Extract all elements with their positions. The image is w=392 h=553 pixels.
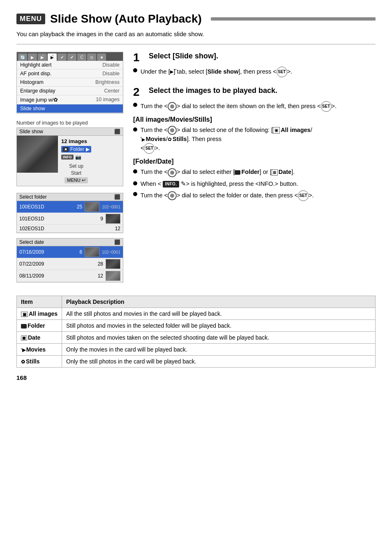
step-1-bullet-1: Under the [▶̈] tab, select [Slide show],… [133, 67, 376, 77]
row-value-af: Disable [102, 71, 120, 76]
slide-panel-title: Slide show [19, 129, 43, 134]
slide-panel-icon: ⬛ [114, 129, 120, 134]
folder-panel-title: Select folder [19, 194, 47, 200]
date-row-3[interactable]: 08/11/2009 12 [17, 270, 123, 282]
step-1-title: Select [Slide show]. [149, 52, 218, 61]
row-label-jump: Image jump w/✿ [20, 97, 58, 103]
subsection-all-bullets: Turn the <◎> dial to select one of the f… [133, 126, 376, 154]
description-table: Item Playback Description ▣All images Al… [16, 296, 376, 368]
step-2-block: 2 Select the images to be played back. T… [133, 86, 376, 201]
row-label-enlarge: Enlarge display [20, 88, 55, 94]
table-item-date: ▦Date [17, 332, 62, 344]
folder-bullet-3-text: Turn the <◎> dial to select the folder o… [141, 190, 314, 201]
folder-panel-header: Select folder ⬛ [17, 193, 123, 201]
date-name-2: 07/22/2009 [19, 261, 89, 267]
folder-count-102: 12 [109, 226, 120, 231]
menu-row-highlight-alert: Highlight alert Disable [17, 61, 123, 69]
row-value-highlight: Disable [102, 62, 120, 68]
step-2-bullets: Turn the <◎> dial to select the item sho… [133, 101, 376, 112]
step-2-bullet-1-text: Turn the <◎> dial to select the item sho… [141, 101, 337, 112]
date-count-3: 12 [92, 273, 103, 279]
table-row-all-images: ▣All images All the still photos and mov… [17, 308, 376, 320]
slide-panel-thumbnail [17, 136, 58, 173]
bullet-dot-fd-1 [133, 169, 137, 174]
folder-count-101: 9 [92, 216, 103, 222]
menu-row-histogram: Histogram Brightness [17, 78, 123, 87]
step-2-num: 2 [133, 86, 145, 98]
slide-show-panel: Slide show ⬛ 12 images ■ Folder ▶ INFO 📷 [16, 127, 123, 186]
slide-actions: Set up Start MENU ↩ [61, 162, 91, 183]
date-thumb-2 [106, 259, 120, 269]
page-title-block: MENU Slide Show (Auto Playback) [16, 12, 376, 25]
section-divider [16, 44, 376, 44]
folder-row-101[interactable]: 101EOS1D 9 [17, 213, 123, 225]
step-2-title: Select the images to be played back. [149, 86, 277, 95]
camera-menu-tabs: 🔄 ▶ ▶̈ ▶̈ ✔ ✔ C ⊙ ★ [17, 52, 123, 61]
all-bullet-1: Turn the <◎> dial to select one of the f… [133, 126, 376, 154]
bullet-dot-fd-2 [133, 181, 137, 185]
right-column: 1 Select [Slide show]. Under the [▶̈] ta… [133, 52, 376, 287]
table-row-stills: ✿Stills Only the still photos in the car… [17, 356, 376, 368]
slide-count: 12 images [61, 138, 91, 144]
date-panel-header: Select date ⬛ [17, 238, 123, 246]
bullet-dot-all-1 [133, 127, 137, 132]
setup-btn[interactable]: Set up [69, 163, 83, 169]
date-thumb-1 [85, 247, 99, 257]
table-row-date: ▦Date Still photos and movies taken on t… [17, 332, 376, 344]
start-btn[interactable]: Start [71, 170, 81, 176]
row-label-af: AF point disp. [20, 71, 51, 76]
menu-row-slide-show: Slide show [17, 104, 123, 113]
date-count-2: 28 [92, 261, 103, 267]
folder-row-100[interactable]: 100EOS1D 25 102~0001 [17, 201, 123, 213]
table-row-movies: '▶Movies Only the movies in the card wil… [17, 344, 376, 356]
folder-icon: ■ [63, 147, 69, 152]
cam-tab-5: ✔ [58, 53, 67, 61]
cam-tab-3: ▶̈ [38, 53, 47, 61]
table-item-folder: Folder [17, 320, 62, 332]
bullet-dot-1 [133, 68, 137, 72]
table-item-all-images: ▣All images [17, 308, 62, 320]
bullet-dot-fd-3 [133, 192, 137, 196]
step-1-num: 1 [133, 52, 145, 63]
cam-tab-2: ▶ [28, 53, 37, 61]
slide-opt-folder[interactable]: ■ Folder ▶ [61, 146, 91, 153]
subtitle: You can playback the images in the card … [16, 30, 376, 37]
row-label-slide: Slide show [20, 106, 45, 111]
menu-back-btn[interactable]: MENU ↩ [65, 177, 88, 183]
folder-bullet-2: When < INFO. ✎> is highlighted, press th… [133, 180, 376, 188]
table-item-stills: ✿Stills [17, 356, 62, 368]
step-1-block: 1 Select [Slide show]. Under the [▶̈] ta… [133, 52, 376, 77]
left-column: 🔄 ▶ ▶̈ ▶̈ ✔ ✔ C ⊙ ★ Highlight alert Disa… [16, 52, 123, 287]
slide-opt-arrow: ▶ [86, 146, 90, 152]
info-camera-icon: 📷 [75, 154, 81, 160]
folder-bullet-3: Turn the <◎> dial to select the folder o… [133, 190, 376, 201]
table-desc-movies: Only the movies in the card will be play… [62, 344, 376, 356]
step-1-header: 1 Select [Slide show]. [133, 52, 376, 63]
folder-row-102[interactable]: 102EOS1D 12 [17, 225, 123, 233]
date-row-2[interactable]: 07/22/2009 28 [17, 258, 123, 270]
select-date-panel: Select date ⬛ 07/16/2009 6 102~0001 07/2… [16, 238, 123, 282]
date-row-1[interactable]: 07/16/2009 6 102~0001 [17, 246, 123, 258]
folder-name-101: 101EOS1D [19, 216, 89, 222]
cam-tab-6: ✔ [67, 53, 76, 61]
step-2-title-block: Select the images to be played back. [149, 86, 277, 95]
cam-tab-7: C [77, 53, 86, 61]
info-btn: INFO [61, 155, 74, 160]
row-value-histogram: Brightness [95, 79, 120, 85]
row-value-jump: 10 images [96, 97, 120, 103]
step-1-bullets: Under the [▶̈] tab, select [Slide show],… [133, 67, 376, 77]
slide-panel-header: Slide show ⬛ [17, 128, 123, 136]
slide-opt-info: INFO 📷 [61, 154, 91, 160]
date-panel-icon: ⬛ [114, 239, 120, 245]
table-desc-folder: Still photos and movies in the selected … [62, 320, 376, 332]
cam-tab-8: ⊙ [87, 53, 96, 61]
folder-thumb-100 [85, 202, 99, 212]
select-folder-panel: Select folder ⬛ 100EOS1D 25 102~0001 101… [16, 193, 123, 233]
page-number: 168 [16, 374, 376, 381]
table-desc-date: Still photos and movies taken on the sel… [62, 332, 376, 344]
subsection-folder-date-title: [Folder/Date] [133, 158, 376, 165]
date-count-1: 6 [71, 249, 82, 255]
title-decoration [211, 17, 376, 21]
menu-row-image-jump: Image jump w/✿ 10 images [17, 95, 123, 104]
bullet-dot-2-1 [133, 103, 137, 107]
